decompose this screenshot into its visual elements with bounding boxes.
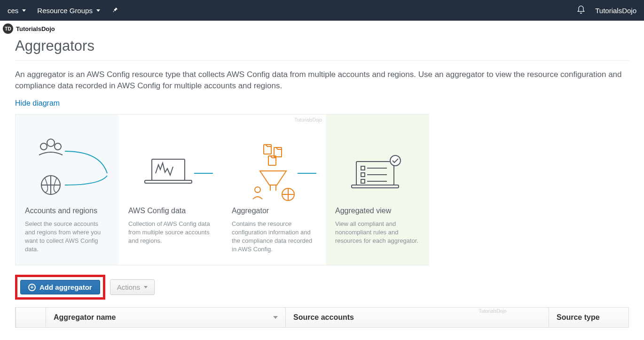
intro-text: An aggregator is an AWS Config resource … xyxy=(15,69,629,92)
watermark-text: TutorialsDojo xyxy=(16,25,55,32)
divider xyxy=(15,60,629,61)
accounts-regions-icon xyxy=(25,133,110,204)
svg-rect-27 xyxy=(361,179,365,183)
resource-groups-menu[interactable]: Resource Groups xyxy=(37,7,100,15)
resource-groups-label: Resource Groups xyxy=(37,7,93,15)
panel-desc: Select the source accounts and regions f… xyxy=(25,220,110,254)
svg-point-15 xyxy=(255,187,260,193)
panel-title: Accounts and regions xyxy=(25,207,110,215)
column-source-accounts-label: Source accounts xyxy=(293,313,354,322)
diagram-panel-accounts: Accounts and regions Select the source a… xyxy=(16,115,119,265)
svg-rect-22 xyxy=(352,185,399,188)
table-watermark: TutorialsDojo xyxy=(479,309,506,314)
svg-point-29 xyxy=(390,155,401,166)
notifications-button[interactable] xyxy=(576,5,586,16)
svg-point-0 xyxy=(47,139,55,147)
highlight-box: + Add aggregator xyxy=(15,275,105,300)
plus-circle-icon: + xyxy=(28,284,36,291)
diagram-panel-aggregator: TutorialsDojo xyxy=(222,115,326,265)
panel-desc: Collection of AWS Config data from multi… xyxy=(128,220,213,246)
hide-diagram-link[interactable]: Hide diagram xyxy=(15,99,60,108)
column-source-accounts[interactable]: Source accounts xyxy=(285,308,549,327)
page-title: Aggregators xyxy=(15,36,629,60)
watermark-badge: TD xyxy=(3,23,13,34)
column-source-type[interactable]: Source type xyxy=(549,308,628,327)
table-header: TutorialsDojo Aggregator name Source acc… xyxy=(15,307,629,328)
chevron-down-icon xyxy=(22,9,26,12)
column-select-all[interactable] xyxy=(16,308,46,327)
column-name-label: Aggregator name xyxy=(54,313,116,322)
column-source-type-label: Source type xyxy=(557,313,600,322)
panel-title: AWS Config data xyxy=(128,207,213,215)
diagram-panel-aggregated-view: Aggregated view View all compliant and n… xyxy=(326,115,429,265)
diagram-watermark: TutorialsDojo xyxy=(294,117,322,123)
button-row: + Add aggregator Actions xyxy=(15,273,629,307)
column-aggregator-name[interactable]: Aggregator name xyxy=(46,308,285,327)
panel-desc: Contains the resource configuration info… xyxy=(232,220,316,254)
actions-button[interactable]: Actions xyxy=(110,279,155,295)
pin-shortcut-button[interactable] xyxy=(111,6,119,15)
pin-icon xyxy=(111,6,119,15)
add-aggregator-button[interactable]: + Add aggregator xyxy=(20,280,100,294)
sort-desc-icon xyxy=(273,316,278,319)
chevron-down-icon xyxy=(96,9,100,12)
top-nav: ces Resource Groups TutorialsDojo xyxy=(0,0,644,21)
diagram: Accounts and regions Select the source a… xyxy=(15,114,429,266)
config-data-icon xyxy=(128,133,213,204)
panel-desc: View all compliant and noncompliant rule… xyxy=(335,220,420,246)
aggregated-view-icon xyxy=(335,133,420,204)
services-menu[interactable]: ces xyxy=(8,7,26,15)
account-label: TutorialsDojo xyxy=(595,7,636,15)
panel-title: Aggregator xyxy=(232,207,316,215)
chevron-down-icon xyxy=(144,286,148,288)
diagram-panel-config-data: AWS Config data Collection of AWS Config… xyxy=(119,115,222,265)
add-aggregator-label: Add aggregator xyxy=(39,283,92,291)
bell-icon xyxy=(576,5,586,16)
aggregator-icon xyxy=(232,133,316,204)
svg-rect-23 xyxy=(361,166,365,170)
svg-rect-25 xyxy=(361,173,365,177)
services-label: ces xyxy=(8,7,18,15)
watermark: TD TutorialsDojo xyxy=(0,21,644,36)
account-menu[interactable]: TutorialsDojo xyxy=(595,7,636,15)
panel-title: Aggregated view xyxy=(335,207,420,215)
svg-point-2 xyxy=(55,143,61,150)
actions-label: Actions xyxy=(117,283,140,291)
svg-point-1 xyxy=(40,143,47,150)
svg-rect-7 xyxy=(145,180,192,183)
